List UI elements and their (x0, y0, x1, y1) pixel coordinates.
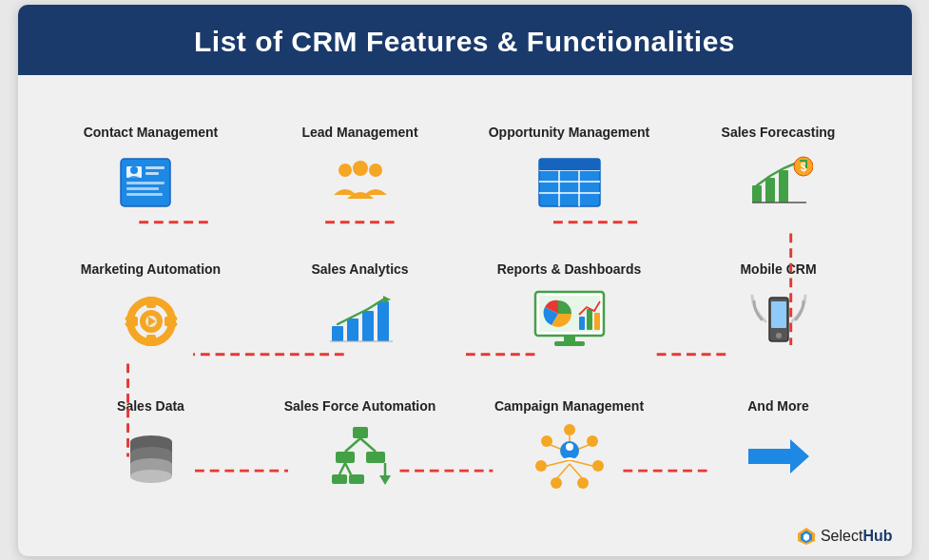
svg-rect-27 (146, 335, 156, 346)
feature-campaign-management: Campaign Management (465, 370, 674, 507)
svg-point-7 (130, 166, 138, 174)
svg-point-52 (776, 333, 782, 338)
svg-line-80 (570, 460, 592, 466)
sales-forecasting-label: Sales Forecasting (722, 106, 836, 140)
svg-point-71 (564, 424, 575, 435)
svg-line-83 (547, 460, 570, 466)
svg-rect-51 (771, 301, 786, 328)
svg-line-82 (556, 464, 570, 479)
mobile-crm-label: Mobile CRM (740, 242, 816, 277)
contact-management-label: Contact Management (84, 106, 219, 140)
svg-rect-63 (336, 452, 355, 463)
feature-sales-forecasting: Sales Forecasting $ (674, 96, 883, 233)
campaign-management-icon (532, 423, 608, 490)
svg-line-61 (345, 438, 360, 452)
selecthub-brand: SelectHub (796, 526, 893, 547)
svg-rect-6 (126, 193, 163, 196)
svg-rect-20 (765, 178, 775, 203)
header: List of CRM Features & Functionalities (18, 5, 912, 75)
svg-line-62 (360, 438, 376, 452)
feature-reports-dashboards: Reports & Dashboards (465, 233, 674, 370)
campaign-management-label: Campaign Management (494, 379, 644, 414)
sales-data-label: Sales Data (117, 379, 184, 414)
lead-management-icon (322, 149, 398, 216)
marketing-automation-icon (113, 286, 189, 353)
svg-rect-39 (377, 301, 389, 341)
svg-rect-60 (353, 427, 368, 438)
sales-forecasting-icon: $ (741, 149, 817, 216)
lead-management-label: Lead Management (301, 106, 417, 140)
reports-dashboards-icon (532, 286, 608, 353)
marketing-automation-label: Marketing Automation (81, 242, 221, 277)
sales-force-automation-icon (322, 423, 398, 490)
svg-point-59 (130, 470, 172, 483)
contact-management-icon (113, 149, 189, 216)
svg-line-66 (345, 463, 351, 474)
svg-rect-64 (366, 452, 385, 463)
svg-rect-3 (145, 172, 159, 175)
svg-rect-68 (349, 474, 364, 484)
sales-force-automation-label: Sales Force Automation (284, 379, 436, 414)
svg-rect-67 (332, 474, 347, 484)
svg-rect-26 (146, 297, 156, 308)
svg-rect-36 (332, 326, 343, 341)
svg-rect-19 (752, 185, 762, 203)
svg-rect-2 (145, 166, 165, 169)
svg-rect-4 (126, 182, 165, 184)
feature-sales-analytics: Sales Analytics (256, 233, 465, 370)
svg-rect-18 (539, 159, 600, 170)
svg-point-8 (339, 164, 352, 177)
svg-point-73 (592, 460, 604, 472)
feature-sales-force-automation: Sales Force Automation (256, 370, 465, 507)
footer: SelectHub (18, 522, 912, 556)
feature-and-more: And More (674, 370, 883, 507)
and-more-icon (741, 423, 817, 490)
feature-mobile-crm: Mobile CRM (674, 233, 883, 370)
svg-point-86 (566, 443, 573, 451)
svg-rect-45 (579, 317, 585, 330)
selecthub-text: SelectHub (821, 528, 893, 545)
opportunity-management-label: Opportunity Management (489, 106, 650, 140)
feature-marketing-automation: Marketing Automation (47, 233, 256, 370)
features-grid: Contact Management (47, 96, 883, 507)
svg-rect-46 (587, 309, 592, 330)
svg-line-65 (339, 463, 345, 474)
svg-point-9 (369, 164, 382, 177)
main-card: List of CRM Features & Functionalities C… (18, 5, 912, 556)
page-title: List of CRM Features & Functionalities (28, 26, 902, 58)
content-area: Contact Management (18, 75, 912, 522)
feature-opportunity-management: Opportunity Management (465, 96, 674, 233)
and-more-label: And More (747, 379, 809, 414)
feature-lead-management: Lead Management (256, 96, 465, 233)
svg-rect-38 (362, 311, 374, 341)
svg-point-76 (535, 460, 547, 472)
svg-rect-47 (594, 313, 600, 330)
mobile-crm-icon (741, 286, 817, 353)
sales-analytics-label: Sales Analytics (311, 242, 408, 277)
svg-marker-87 (748, 439, 809, 473)
sales-analytics-icon (322, 286, 398, 353)
svg-rect-49 (554, 341, 585, 346)
svg-rect-21 (779, 170, 788, 203)
feature-sales-data: Sales Data (47, 370, 256, 507)
svg-rect-37 (347, 319, 358, 341)
svg-point-10 (353, 161, 368, 176)
svg-line-81 (570, 464, 583, 479)
svg-marker-70 (379, 475, 391, 485)
svg-rect-5 (126, 187, 159, 190)
selecthub-logo-icon (796, 526, 817, 547)
sales-data-icon (113, 423, 189, 490)
feature-contact-management: Contact Management (47, 96, 256, 233)
reports-dashboards-label: Reports & Dashboards (497, 242, 642, 277)
svg-rect-48 (564, 336, 575, 341)
opportunity-management-icon (532, 149, 608, 216)
